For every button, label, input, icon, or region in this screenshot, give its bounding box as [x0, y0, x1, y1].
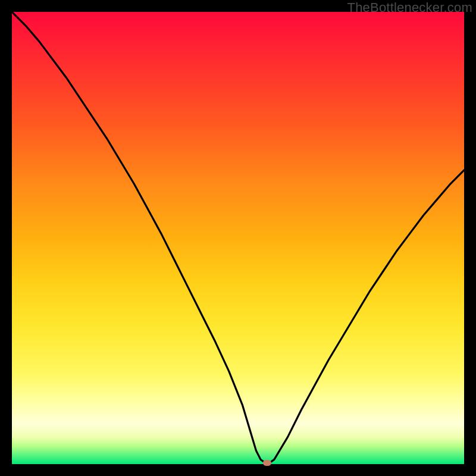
plot-area [12, 12, 464, 464]
chart-frame: TheBottlenecker.com [0, 0, 476, 476]
bottleneck-curve [12, 12, 464, 464]
minimum-marker [263, 460, 271, 466]
